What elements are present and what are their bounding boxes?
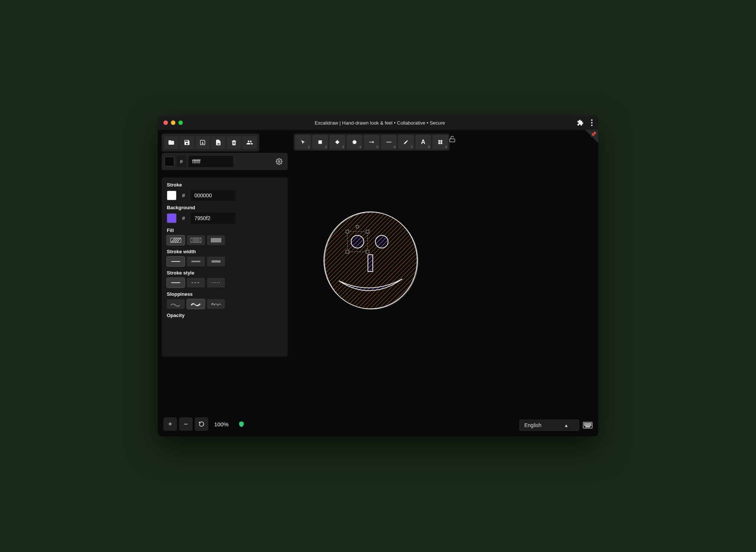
window-title: Excalidraw | Hand-drawn look & feel • Co…	[183, 120, 577, 126]
svg-point-3	[278, 161, 280, 163]
background-swatch[interactable]	[167, 213, 176, 223]
svg-point-0	[591, 119, 593, 121]
delete-button[interactable]	[227, 136, 241, 149]
close-window-button[interactable]	[163, 120, 168, 125]
svg-rect-34	[584, 423, 585, 424]
hash-label: #	[179, 213, 188, 224]
minimize-window-button[interactable]	[171, 120, 175, 125]
app-body: 📌 # 1 2 3 4 5 6 7 A8 9	[158, 130, 598, 436]
sloppy-cartoonist-button[interactable]	[207, 299, 225, 309]
tool-rectangle[interactable]: 2	[312, 135, 328, 149]
svg-rect-40	[586, 425, 587, 426]
svg-rect-37	[589, 423, 590, 424]
hash-label: #	[176, 156, 186, 167]
stroke-thin-button[interactable]	[167, 257, 185, 266]
app-window: Excalidraw | Hand-drawn look & feel • Co…	[158, 116, 598, 436]
svg-rect-31	[366, 250, 369, 253]
tool-select[interactable]: 1	[295, 135, 311, 149]
maximize-window-button[interactable]	[178, 120, 183, 125]
settings-icon[interactable]	[274, 156, 285, 167]
svg-rect-44	[585, 426, 590, 427]
stroke-dotted-button[interactable]	[207, 278, 225, 288]
pin-icon[interactable]: 📌	[591, 132, 596, 137]
open-button[interactable]	[164, 136, 179, 149]
zoom-in-button[interactable]: +	[163, 417, 177, 431]
svg-rect-36	[587, 423, 588, 424]
keyboard-icon[interactable]	[583, 422, 593, 429]
hash-label: #	[179, 190, 188, 201]
stroke-solid-button[interactable]	[167, 278, 185, 288]
svg-rect-29	[366, 230, 369, 233]
svg-rect-38	[590, 423, 591, 424]
tool-library[interactable]: 9	[432, 135, 448, 149]
language-select[interactable]: English ▴	[519, 420, 579, 431]
zoom-controls: + − 100%	[163, 417, 245, 431]
shape-toolbar: 1 2 3 4 5 6 7 A8 9	[294, 134, 450, 151]
svg-rect-35	[586, 423, 587, 424]
svg-rect-4	[318, 140, 322, 144]
titlebar: Excalidraw | Hand-drawn look & feel • Co…	[158, 116, 598, 130]
svg-rect-39	[584, 425, 585, 426]
tool-draw[interactable]: 7	[398, 135, 414, 149]
tool-line[interactable]: 6	[381, 135, 397, 149]
svg-point-5	[353, 140, 357, 144]
zoom-percentage[interactable]: 100%	[210, 421, 232, 427]
svg-rect-42	[589, 425, 590, 426]
svg-rect-8	[438, 142, 440, 144]
stroke-medium-button[interactable]	[187, 257, 205, 266]
fill-label: Fill	[167, 228, 282, 233]
stroke-thick-button[interactable]	[207, 257, 225, 266]
zoom-out-button[interactable]: −	[179, 417, 193, 431]
save-as-button[interactable]	[195, 136, 210, 149]
canvas-color-swatch[interactable]	[165, 157, 174, 166]
collaborate-button[interactable]	[242, 136, 257, 149]
fill-crosshatch-button[interactable]	[187, 235, 205, 245]
svg-rect-7	[441, 140, 443, 142]
menu-dots-icon[interactable]	[591, 119, 593, 126]
svg-point-24	[351, 235, 364, 248]
svg-rect-30	[346, 250, 349, 253]
lock-icon[interactable]	[449, 136, 456, 142]
language-value: English	[524, 422, 541, 428]
svg-rect-26	[368, 255, 373, 272]
svg-rect-28	[346, 230, 349, 233]
titlebar-right	[577, 119, 593, 126]
fill-solid-button[interactable]	[207, 235, 225, 245]
tool-diamond[interactable]: 3	[329, 135, 345, 149]
svg-rect-10	[450, 139, 455, 142]
stroke-dashed-button[interactable]	[187, 278, 205, 288]
background-label: Background	[167, 205, 282, 210]
sloppiness-label: Sloppiness	[167, 291, 282, 297]
properties-panel[interactable]: Stroke # Background # Fill Stroke width	[162, 178, 288, 357]
zoom-reset-button[interactable]	[195, 417, 208, 431]
stroke-color-input[interactable]	[191, 190, 235, 201]
stroke-style-label: Stroke style	[167, 270, 282, 276]
canvas-color-input[interactable]	[188, 156, 233, 167]
tool-text[interactable]: A8	[415, 135, 431, 149]
svg-rect-41	[587, 425, 588, 426]
canvas-drawing[interactable]	[318, 208, 423, 313]
chevron-up-icon: ▴	[565, 422, 568, 428]
canvas-color-row: #	[162, 153, 288, 170]
tool-arrow[interactable]: 5	[364, 135, 379, 149]
save-button[interactable]	[179, 136, 194, 149]
stroke-label: Stroke	[167, 182, 282, 188]
tool-ellipse[interactable]: 4	[347, 135, 362, 149]
bottom-right-controls: English ▴	[519, 420, 593, 431]
opacity-label: Opacity	[167, 313, 282, 318]
svg-point-25	[375, 235, 388, 248]
fill-hachure-button[interactable]	[167, 235, 185, 245]
svg-rect-9	[441, 142, 443, 144]
svg-rect-43	[590, 425, 591, 426]
sloppy-architect-button[interactable]	[167, 299, 185, 309]
stroke-swatch[interactable]	[167, 191, 176, 200]
svg-rect-6	[438, 140, 440, 142]
svg-point-2	[591, 125, 593, 126]
stroke-width-label: Stroke width	[167, 249, 282, 254]
export-button[interactable]	[211, 136, 226, 149]
sloppy-artist-button[interactable]	[187, 299, 205, 309]
svg-rect-13	[211, 238, 221, 242]
extension-icon[interactable]	[577, 119, 584, 126]
background-color-input[interactable]	[191, 213, 235, 224]
shield-icon[interactable]	[238, 421, 245, 427]
